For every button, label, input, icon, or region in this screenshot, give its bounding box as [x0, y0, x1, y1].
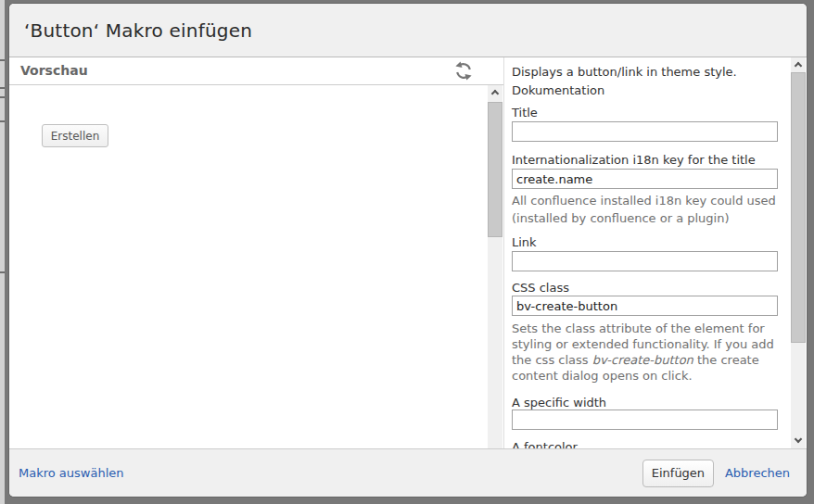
- width-input[interactable]: [512, 410, 778, 430]
- i18n-help-line2: (installed by confluence or a plugin): [512, 211, 730, 225]
- preview-scrollbar-thumb[interactable]: [488, 102, 502, 237]
- form-scrollbar[interactable]: [791, 57, 806, 448]
- scroll-down-icon[interactable]: [791, 434, 806, 448]
- css-help-line4: content dialog opens on click.: [512, 369, 693, 383]
- scroll-up-icon[interactable]: [791, 57, 806, 72]
- select-macro-link[interactable]: Makro auswählen: [19, 466, 124, 480]
- documentation-link[interactable]: Dokumentation: [512, 83, 604, 97]
- cancel-link[interactable]: Abbrechen: [725, 466, 790, 480]
- form-scrollbar-thumb[interactable]: [791, 72, 806, 343]
- fontcolor-field-label: A fontcolor: [512, 440, 578, 448]
- scroll-up-icon[interactable]: [488, 85, 502, 100]
- preview-header: Vorschau: [9, 57, 503, 85]
- macro-form-panel: Displays a button/link in theme style. D…: [504, 57, 791, 448]
- i18n-key-input[interactable]: [512, 169, 778, 189]
- background-page-edge: [0, 0, 5, 504]
- macro-insert-dialog: ‘Button‘ Makro einfügen Vorschau Erstell…: [9, 4, 807, 497]
- width-field-label: A specific width: [512, 396, 606, 410]
- preview-header-label: Vorschau: [20, 63, 88, 78]
- title-input[interactable]: [512, 121, 778, 142]
- link-input[interactable]: [512, 251, 778, 271]
- link-field-label: Link: [512, 235, 537, 249]
- css-help-line1: Sets the class attribute of the element …: [512, 321, 765, 335]
- title-field-label: Title: [512, 106, 538, 120]
- css-class-field-label: CSS class: [512, 281, 569, 295]
- macro-description: Displays a button/link in theme style.: [512, 65, 737, 79]
- i18n-help-line1: All confluence installed i18n key could …: [512, 194, 776, 208]
- dialog-footer: Makro auswählen Einfügen Abbrechen: [9, 448, 807, 497]
- i18n-field-label: Internationalization i18n key for the ti…: [512, 153, 756, 167]
- preview-area: Erstellen: [9, 86, 488, 448]
- dialog-title: ‘Button‘ Makro einfügen: [24, 19, 252, 42]
- preview-scrollbar[interactable]: [488, 85, 502, 448]
- css-help-line2: styling or extended functionality. If yo…: [512, 337, 774, 351]
- dialog-titlebar: ‘Button‘ Makro einfügen: [9, 4, 807, 57]
- refresh-icon[interactable]: [454, 61, 475, 82]
- css-class-input[interactable]: [512, 296, 778, 316]
- preview-macro-button[interactable]: Erstellen: [42, 124, 108, 147]
- css-help-classname: bv-create-button: [592, 353, 693, 367]
- css-help-line3: the css class bv-create-button the creat…: [512, 353, 759, 367]
- insert-button[interactable]: Einfügen: [642, 460, 714, 487]
